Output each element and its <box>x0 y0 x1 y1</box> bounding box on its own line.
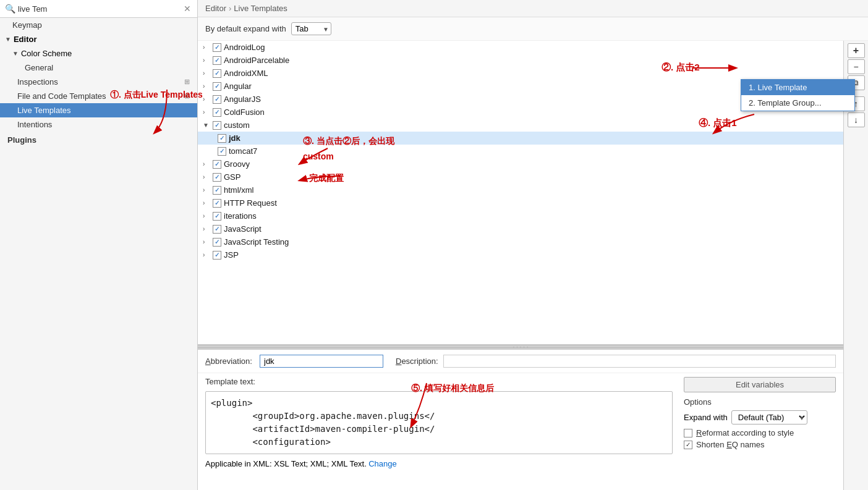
group-javascript[interactable]: › JavaScript <box>198 222 843 235</box>
label-coldfusion: ColdFusion <box>224 108 265 117</box>
label-javascript-testing: JavaScript Testing <box>224 237 289 247</box>
arrow-httprequest: › <box>203 200 210 206</box>
label-groovy: Groovy <box>224 159 250 169</box>
checkbox-httprequest[interactable] <box>213 199 221 208</box>
expand-arrow-editor: ▼ <box>5 36 11 43</box>
group-httprequest[interactable]: › HTTP Request <box>198 196 843 209</box>
group-gsp[interactable]: › GSP <box>198 171 843 184</box>
arrow-custom: ▼ <box>203 122 210 129</box>
group-htmlxml[interactable]: › html/xml <box>198 184 843 196</box>
reformat-row: Reformat according to style <box>684 428 836 437</box>
arrow-gsp: › <box>203 174 210 180</box>
arrow-angularjs: › <box>203 96 210 103</box>
sidebar: 🔍 ✕ Keymap ▼ Editor ▼ Color Scheme Gener… <box>0 0 198 490</box>
breadcrumb-editor: Editor <box>205 4 226 13</box>
abbreviation-row: Abbreviation: Description: <box>198 350 843 373</box>
applicable-change-link[interactable]: Change <box>368 459 397 468</box>
label-jdk: jdk <box>229 133 240 143</box>
label-androidlog: AndroidLog <box>224 43 265 52</box>
search-icon: 🔍 <box>5 4 15 14</box>
checkbox-gsp[interactable] <box>213 173 221 182</box>
applicable-row: Applicable in XML: XSL Text; XML; XML Te… <box>205 458 676 471</box>
checkbox-androidparcelable[interactable] <box>213 56 221 65</box>
sidebar-item-live-templates[interactable]: Live Templates <box>0 103 197 117</box>
expand-with-select[interactable]: Default (Tab) Tab Enter <box>731 410 807 425</box>
description-label: Description: <box>396 357 438 366</box>
template-text-label: Template text: <box>205 373 676 387</box>
abbreviation-input[interactable] <box>260 355 383 368</box>
reformat-checkbox[interactable] <box>684 429 692 437</box>
sidebar-group-color-scheme[interactable]: ▼ Color Scheme <box>0 46 197 61</box>
checkbox-htmlxml[interactable] <box>213 186 221 195</box>
group-custom[interactable]: ▼ custom <box>198 119 843 132</box>
dropdown-popup: 1. Live Template 2. Template Group... <box>741 79 855 111</box>
expand-select[interactable]: Tab Enter Space <box>291 22 331 35</box>
label-javascript: JavaScript <box>224 224 262 234</box>
options-panel: Options Expand with Default (Tab) Tab En… <box>684 397 836 449</box>
checkbox-javascript[interactable] <box>213 225 221 234</box>
group-jsp[interactable]: › JSP <box>198 248 843 261</box>
checkbox-androidlog[interactable] <box>213 43 221 52</box>
sidebar-item-inspections[interactable]: Inspections ⊞ <box>0 75 197 89</box>
shorten-eq-label: Shorten EQ names <box>696 440 765 449</box>
item-tomcat7[interactable]: tomcat7 <box>198 145 843 158</box>
options-title: Options <box>684 397 836 407</box>
sidebar-item-intentions[interactable]: Intentions <box>0 117 197 132</box>
item-jdk[interactable]: jdk <box>198 132 843 145</box>
sidebar-item-file-code-templates[interactable]: File and Code Templates ⊞ <box>0 89 197 103</box>
group-iterations[interactable]: › iterations <box>198 209 843 222</box>
checkbox-angularjs[interactable] <box>213 95 221 104</box>
toolbar-row: By default expand with Tab Enter Space ▼ <box>198 17 868 41</box>
breadcrumb-live-templates: Live Templates <box>234 4 287 13</box>
sidebar-item-keymap[interactable]: Keymap <box>0 18 197 32</box>
arrow-androidlog: › <box>203 44 210 51</box>
group-androidparcelable[interactable]: › AndroidParcelable <box>198 54 843 67</box>
move-down-button[interactable]: ↓ <box>848 112 865 127</box>
group-androidlog[interactable]: › AndroidLog <box>198 41 843 54</box>
remove-button[interactable]: − <box>848 59 865 74</box>
label-custom: custom <box>224 120 250 130</box>
checkbox-groovy[interactable] <box>213 160 221 169</box>
description-input[interactable] <box>443 355 836 368</box>
search-input[interactable] <box>18 4 182 14</box>
label-htmlxml: html/xml <box>224 185 253 195</box>
arrow-androidxml: › <box>203 70 210 77</box>
checkbox-angular[interactable] <box>213 82 221 91</box>
abbreviation-label: Abbreviation: <box>205 357 255 366</box>
sidebar-section-plugins[interactable]: Plugins <box>0 132 197 147</box>
shorten-eq-checkbox[interactable] <box>684 441 692 449</box>
checkbox-jsp[interactable] <box>213 251 221 260</box>
checkbox-javascript-testing[interactable] <box>213 238 221 247</box>
search-clear-icon[interactable]: ✕ <box>182 4 192 14</box>
checkbox-custom[interactable] <box>213 121 221 130</box>
checkbox-coldfusion[interactable] <box>213 108 221 117</box>
arrow-iterations: › <box>203 213 210 219</box>
dropdown-item-live-template[interactable]: 1. Live Template <box>741 80 854 95</box>
expand-label: By default expand with <box>205 24 286 33</box>
checkbox-androidxml[interactable] <box>213 69 221 78</box>
expand-with-select-wrapper: Default (Tab) Tab Enter ▼ <box>731 410 807 425</box>
arrow-htmlxml: › <box>203 187 210 193</box>
edit-variables-button[interactable]: Edit variables <box>684 377 836 392</box>
sidebar-item-general[interactable]: General <box>0 61 197 75</box>
dropdown-item-template-group[interactable]: 2. Template Group... <box>741 95 854 111</box>
label-iterations: iterations <box>224 211 257 221</box>
options-section: Edit variables Options Expand with Defau… <box>676 373 843 471</box>
arrow-groovy: › <box>203 161 210 167</box>
group-androidxml[interactable]: › AndroidXML <box>198 67 843 80</box>
expand-arrow-color-scheme: ▼ <box>12 50 19 57</box>
checkbox-iterations[interactable] <box>213 212 221 221</box>
checkbox-jdk[interactable] <box>218 134 226 143</box>
expand-with-row: Expand with Default (Tab) Tab Enter ▼ <box>684 410 836 425</box>
group-groovy[interactable]: › Groovy <box>198 158 843 171</box>
arrow-javascript: › <box>203 226 210 232</box>
sidebar-item-editor-label: Editor <box>11 35 37 44</box>
checkbox-tomcat7[interactable] <box>218 147 226 156</box>
main-content: Editor › Live Templates By default expan… <box>198 0 868 490</box>
sidebar-group-editor[interactable]: ▼ Editor <box>0 32 197 46</box>
arrow-coldfusion: › <box>203 109 210 116</box>
bottom-area: Abbreviation: Description: Template text… <box>198 348 843 490</box>
group-javascript-testing[interactable]: › JavaScript Testing <box>198 235 843 248</box>
add-button[interactable]: + <box>848 43 865 58</box>
template-editor[interactable]: <plugin> <groupId>org.apache.maven.plugi… <box>205 391 673 454</box>
